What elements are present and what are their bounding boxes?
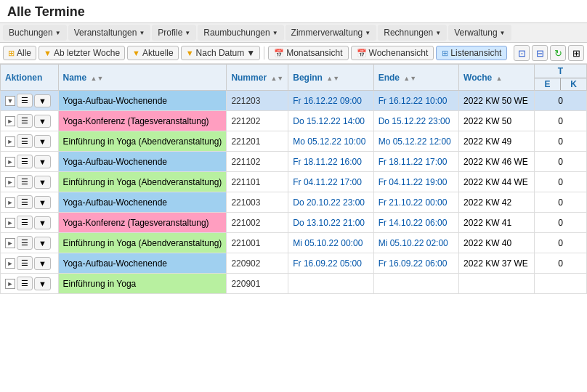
expand-button[interactable]: ► [5, 258, 15, 269]
expand-button[interactable]: ► [5, 238, 15, 248]
col-header-tek: T E K [534, 65, 586, 91]
table-row[interactable]: ► ☰ ▼ Einführung in Yoga (Abendveranstal… [1, 172, 587, 192]
cell-t: 0 [534, 192, 586, 213]
col-header-e: E [535, 78, 560, 90]
nav-item-rechnungen[interactable]: Rechnungen ▼ [378, 25, 447, 41]
caret-button[interactable]: ▼ [34, 94, 51, 107]
caret-button[interactable]: ▼ [34, 155, 51, 168]
col-header-nummer[interactable]: Nummer ▲▼ [227, 65, 288, 91]
cell-woche: 2022 KW 37 WE [459, 253, 535, 274]
table-row[interactable]: ► ☰ ▼ Yoga-Aufbau-Wochenende 221102 Fr 1… [1, 152, 587, 172]
view-monatsansicht[interactable]: 📅 Monatsansicht [268, 46, 348, 60]
caret-icon: ▼ [185, 30, 190, 36]
filter-alle[interactable]: ⊞ Alle [3, 46, 36, 60]
cell-nummer: 221001 [227, 233, 288, 253]
menu-button[interactable]: ☰ [17, 94, 33, 107]
table-row[interactable]: ► ☰ ▼ Einführung in Yoga (Abendveranstal… [1, 131, 587, 152]
menu-button[interactable]: ☰ [17, 216, 33, 229]
filter-alle-label: Alle [17, 48, 31, 58]
nav-item-veranstaltungen[interactable]: Veranstaltungen ▼ [68, 25, 151, 41]
nav-item-profile[interactable]: Profile ▼ [152, 25, 196, 41]
expand-button[interactable]: ► [5, 279, 15, 289]
table-row[interactable]: ▼ ☰ ▼ Yoga-Aufbau-Wochenende 221203 Fr 1… [1, 91, 587, 111]
caret-button[interactable]: ▼ [34, 176, 51, 189]
expand-button[interactable]: ► [5, 136, 15, 147]
filter-nach-datum-label: Nach Datum [196, 48, 245, 58]
table-row[interactable]: ► ☰ ▼ Yoga-Aufbau-Wochenende 221003 Do 2… [1, 192, 587, 213]
caret-button[interactable]: ▼ [34, 257, 51, 270]
filter-letzte-woche[interactable]: ▼ Ab letzter Woche [39, 46, 125, 60]
icon-btn-2[interactable]: ⊟ [532, 45, 548, 61]
view-monatsansicht-label: Monatsansicht [286, 48, 342, 58]
caret-icon: ▼ [365, 30, 371, 36]
expand-button[interactable]: ► [5, 218, 15, 228]
caret-button[interactable]: ▼ [34, 115, 51, 128]
nav-item-zimmerverwaltung[interactable]: Zimmerverwaltung ▼ [286, 25, 377, 41]
cell-woche: 2022 KW 44 WE [459, 172, 535, 192]
nav-item-verwaltung[interactable]: Verwaltung ▼ [448, 25, 511, 41]
caret-button[interactable]: ▼ [34, 135, 51, 148]
view-listenansicht[interactable]: ⊞ Listenansicht [436, 46, 507, 60]
expand-button[interactable]: ► [5, 157, 15, 167]
icon-btn-refresh[interactable]: ↻ [550, 45, 566, 61]
expand-button[interactable]: ▼ [5, 96, 15, 106]
cell-t: 0 [534, 213, 586, 233]
filter-nach-datum[interactable]: ▼ Nach Datum ▼ [181, 46, 260, 60]
sort-icon: ▲▼ [326, 75, 339, 82]
cell-nummer: 221101 [227, 172, 288, 192]
cell-name: Einführung in Yoga (Abendveranstaltung) [58, 131, 227, 152]
menu-button[interactable]: ☰ [17, 155, 33, 168]
view-wochenansicht-label: Wochenansicht [369, 48, 429, 58]
cell-ende: Fr 21.10.22 00:00 [373, 192, 458, 213]
menu-button[interactable]: ☰ [17, 195, 33, 209]
table-container: Aktionen Name ▲▼ Nummer ▲▼ Beginn ▲▼ End… [0, 64, 587, 376]
cell-name: Einführung in Yoga (Abendveranstaltung) [58, 172, 227, 192]
toolbar-right: ⊡ ⊟ ↻ ⊞ [514, 45, 584, 61]
table-row[interactable]: ► ☰ ▼ Yoga-Konferenz (Tagesveranstaltung… [1, 213, 587, 233]
cell-aktionen: ► ☰ ▼ [1, 152, 59, 172]
table-row[interactable]: ► ☰ ▼ Yoga-Konferenz (Tagesveranstaltung… [1, 111, 587, 131]
menu-button[interactable]: ☰ [17, 256, 33, 270]
menu-button[interactable]: ☰ [17, 175, 33, 189]
nav-item-raumbuchungen[interactable]: Raumbuchungen ▼ [198, 25, 283, 41]
view-wochenansicht[interactable]: 📅 Wochenansicht [351, 46, 434, 60]
filter-aktuelle[interactable]: ▼ Aktuelle [127, 46, 179, 60]
expand-button[interactable]: ► [5, 197, 15, 208]
caret-icon: ▼ [272, 30, 278, 36]
caret-button[interactable]: ▼ [34, 237, 51, 250]
cell-woche: 2022 KW 42 [459, 192, 535, 213]
table-row[interactable]: ► ☰ ▼ Einführung in Yoga (Abendveranstal… [1, 233, 587, 253]
cell-woche: 2022 KW 41 [459, 213, 535, 233]
cell-beginn [288, 274, 373, 294]
col-header-aktionen: Aktionen [1, 65, 59, 91]
cell-woche: 2022 KW 40 [459, 233, 535, 253]
page-title: Alle Termine [0, 0, 587, 23]
appointments-table: Aktionen Name ▲▼ Nummer ▲▼ Beginn ▲▼ End… [0, 64, 587, 294]
nav-item-buchungen[interactable]: Buchungen ▼ [3, 25, 67, 41]
nav-label: Veranstaltungen [74, 28, 137, 38]
expand-button[interactable]: ► [5, 177, 15, 187]
sort-icon: ▲▼ [270, 75, 283, 82]
col-header-woche[interactable]: Woche ▲ [459, 65, 535, 91]
menu-button[interactable]: ☰ [17, 277, 33, 290]
caret-button[interactable]: ▼ [34, 196, 51, 209]
table-row[interactable]: ► ☰ ▼ Yoga-Aufbau-Wochenende 220902 Fr 1… [1, 253, 587, 274]
col-header-name[interactable]: Name ▲▼ [58, 65, 227, 91]
caret-button[interactable]: ▼ [34, 216, 51, 229]
cell-beginn: Fr 04.11.22 17:00 [288, 172, 373, 192]
icon-btn-1[interactable]: ⊡ [514, 45, 530, 61]
menu-button[interactable]: ☰ [17, 114, 33, 128]
col-header-beginn[interactable]: Beginn ▲▼ [288, 65, 373, 91]
table-row[interactable]: ► ☰ ▼ Einführung in Yoga 220901 [1, 274, 587, 294]
cell-aktionen: ► ☰ ▼ [1, 111, 59, 131]
menu-button[interactable]: ☰ [17, 134, 33, 148]
expand-button[interactable]: ► [5, 116, 15, 126]
cell-beginn: Do 13.10.22 21:00 [288, 213, 373, 233]
cell-nummer: 221201 [227, 131, 288, 152]
col-header-k: K [561, 78, 586, 90]
cell-aktionen: ► ☰ ▼ [1, 213, 59, 233]
caret-button[interactable]: ▼ [34, 277, 51, 290]
menu-button[interactable]: ☰ [17, 236, 33, 250]
icon-btn-grid[interactable]: ⊞ [568, 45, 584, 61]
col-header-ende[interactable]: Ende ▲▼ [373, 65, 458, 91]
